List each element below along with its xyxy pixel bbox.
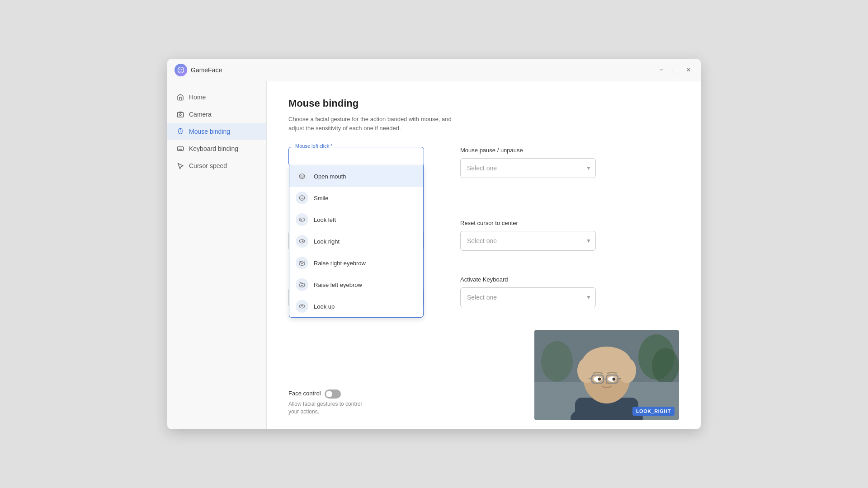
look-right-badge: LOOK_RIGHT bbox=[632, 407, 675, 416]
svg-point-14 bbox=[299, 174, 305, 179]
cursor-icon bbox=[176, 162, 184, 170]
binding-reset-cursor: Reset cursor to center Select one ▼ bbox=[460, 220, 596, 251]
sidebar-label-mouse-binding: Mouse binding bbox=[189, 128, 230, 135]
camera-placeholder: LOOK_RIGHT bbox=[534, 330, 679, 420]
dropdown-item-open-mouth[interactable]: Open mouth bbox=[289, 165, 423, 187]
dropdown-item-look-left[interactable]: Look left bbox=[289, 209, 423, 230]
svg-point-22 bbox=[301, 219, 302, 220]
svg-point-4 bbox=[179, 114, 181, 116]
dropdown-item-smile[interactable]: Smile bbox=[289, 187, 423, 209]
toggle-thumb bbox=[326, 391, 332, 397]
pause-unpause-select-wrapper: Select one ▼ bbox=[460, 158, 596, 178]
activate-keyboard-select[interactable]: Select one bbox=[460, 287, 596, 307]
raise-right-eyebrow-icon bbox=[296, 257, 308, 269]
look-left-icon bbox=[296, 213, 308, 226]
svg-point-32 bbox=[302, 305, 302, 306]
dropdown-item-raise-right-eyebrow[interactable]: Raise right eyebrow bbox=[289, 252, 423, 274]
sidebar-item-keyboard-binding[interactable]: Keyboard binding bbox=[167, 140, 266, 157]
svg-point-15 bbox=[301, 175, 302, 176]
main-layout: Home Camera bbox=[167, 81, 701, 429]
raise-left-eyebrow-icon bbox=[296, 278, 308, 291]
look-up-icon bbox=[296, 300, 308, 313]
app-icon bbox=[175, 64, 187, 76]
sidebar: Home Camera bbox=[167, 81, 267, 429]
sidebar-item-cursor-speed[interactable]: Cursor speed bbox=[167, 157, 266, 174]
page-title: Mouse binding bbox=[288, 98, 679, 109]
face-control-toggle[interactable] bbox=[325, 389, 341, 399]
reset-cursor-label: Reset cursor to center bbox=[460, 220, 596, 226]
close-button[interactable]: × bbox=[684, 65, 693, 75]
svg-point-27 bbox=[302, 263, 303, 264]
left-click-label: Mouse left click * bbox=[293, 143, 335, 149]
dropdown-label-look-up: Look up bbox=[314, 303, 335, 310]
binding-pause-unpause: Mouse pause / unpause Select one ▼ bbox=[460, 147, 596, 178]
face-control-row: Face control bbox=[288, 389, 370, 399]
pause-unpause-select[interactable]: Select one bbox=[460, 158, 596, 178]
sidebar-item-camera[interactable]: Camera bbox=[167, 106, 266, 123]
reset-cursor-select-wrapper: Select one ▼ bbox=[460, 231, 596, 251]
camera-icon bbox=[176, 110, 184, 118]
sidebar-label-camera: Camera bbox=[189, 111, 212, 118]
activate-keyboard-label: Activate Keyboard bbox=[460, 276, 596, 283]
keyboard-icon bbox=[176, 145, 184, 153]
svg-point-45 bbox=[618, 358, 636, 383]
svg-rect-3 bbox=[177, 113, 183, 117]
left-click-dropdown-container[interactable]: Mouse left click * bbox=[288, 147, 424, 166]
binding-activate-keyboard: Activate Keyboard Select one ▼ bbox=[460, 276, 596, 307]
face-control-title: Face control bbox=[288, 390, 321, 397]
titlebar-left: GameFace bbox=[175, 64, 222, 76]
svg-point-44 bbox=[577, 358, 595, 383]
dropdown-label-smile: Smile bbox=[314, 195, 329, 202]
svg-point-53 bbox=[598, 378, 601, 381]
dropdown-label-raise-left-eyebrow: Raise left eyebrow bbox=[314, 282, 362, 288]
dropdown-label-open-mouth: Open mouth bbox=[314, 173, 346, 180]
svg-point-19 bbox=[303, 197, 304, 198]
sidebar-label-keyboard-binding: Keyboard binding bbox=[189, 145, 238, 152]
svg-point-17 bbox=[299, 196, 305, 201]
home-icon bbox=[176, 93, 184, 101]
sidebar-item-mouse-binding[interactable]: Mouse binding bbox=[167, 123, 266, 140]
pause-unpause-placeholder: Select one bbox=[467, 164, 497, 172]
svg-point-36 bbox=[652, 348, 679, 384]
sidebar-item-home[interactable]: Home bbox=[167, 89, 266, 106]
face-control-section: Face control Allow facial gestures to co… bbox=[288, 389, 370, 416]
svg-point-55 bbox=[606, 382, 608, 384]
svg-point-18 bbox=[301, 197, 302, 198]
dropdown-item-look-up[interactable]: Look up bbox=[289, 296, 423, 317]
smile-icon bbox=[296, 192, 308, 204]
svg-point-0 bbox=[178, 67, 184, 73]
reset-cursor-placeholder: Select one bbox=[467, 237, 497, 244]
app-title: GameFace bbox=[191, 66, 222, 74]
sidebar-label-home: Home bbox=[189, 94, 206, 101]
titlebar-controls: − □ × bbox=[656, 65, 693, 75]
maximize-button[interactable]: □ bbox=[670, 65, 680, 75]
titlebar: GameFace − □ × bbox=[167, 59, 701, 81]
reset-cursor-select[interactable]: Select one bbox=[460, 231, 596, 251]
svg-rect-8 bbox=[177, 147, 183, 150]
left-click-dropdown: Open mouth bbox=[289, 165, 424, 318]
mouse-icon bbox=[176, 127, 184, 136]
open-mouth-icon bbox=[296, 170, 308, 183]
svg-point-1 bbox=[179, 69, 180, 70]
look-right-icon bbox=[296, 235, 308, 248]
svg-point-29 bbox=[302, 285, 303, 286]
dropdown-label-raise-right-eyebrow: Raise right eyebrow bbox=[314, 260, 366, 267]
minimize-button[interactable]: − bbox=[656, 65, 666, 75]
sidebar-label-cursor-speed: Cursor speed bbox=[189, 162, 227, 169]
pause-unpause-label: Mouse pause / unpause bbox=[460, 147, 596, 154]
svg-point-54 bbox=[613, 378, 616, 381]
activate-keyboard-placeholder: Select one bbox=[467, 294, 497, 301]
dropdown-label-look-right: Look right bbox=[314, 238, 340, 245]
svg-point-2 bbox=[181, 69, 182, 70]
svg-point-16 bbox=[303, 175, 304, 176]
app-window: GameFace − □ × Home bbox=[167, 59, 701, 429]
dropdown-item-raise-left-eyebrow[interactable]: Raise left eyebrow bbox=[289, 274, 423, 296]
dropdown-item-look-right[interactable]: Look right bbox=[289, 230, 423, 252]
content-area: Mouse binding Choose a facial gesture fo… bbox=[267, 81, 701, 429]
camera-feed: LOOK_RIGHT bbox=[534, 330, 679, 420]
svg-point-37 bbox=[541, 341, 573, 382]
svg-point-25 bbox=[302, 241, 303, 242]
left-click-field[interactable] bbox=[289, 147, 424, 165]
face-control-description: Allow facial gestures to control your ac… bbox=[288, 400, 370, 416]
binding-left-click: Mouse left click * bbox=[288, 147, 424, 178]
